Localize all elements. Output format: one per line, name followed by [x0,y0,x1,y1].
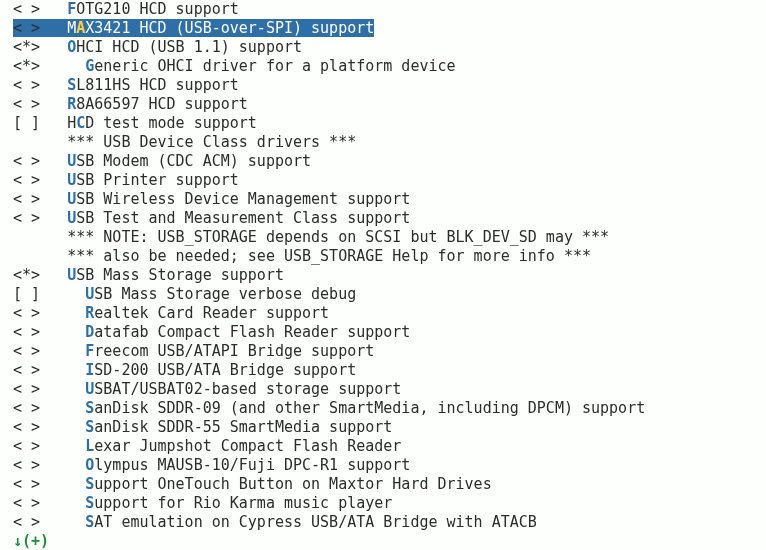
down-arrow-icon: ↓(+) [4,532,49,550]
hotkey: S [85,399,94,417]
config-line-12[interactable]: *** NOTE: USB_STORAGE depends on SCSI bu… [0,228,766,247]
option-state[interactable]: < > [13,399,40,417]
hotkey: F [85,342,94,360]
hotkey: O [85,456,94,474]
option-label: Olympus MAUSB-10/Fuji DPC-R1 support [85,456,410,474]
config-line-27[interactable]: < > SAT emulation on Cypress USB/ATA Bri… [0,513,766,532]
config-line-22[interactable]: < > SanDisk SDDR-55 SmartMedia support [0,418,766,437]
config-line-24[interactable]: < > Olympus MAUSB-10/Fuji DPC-R1 support [0,456,766,475]
option-label: USB Mass Storage verbose debug [85,285,356,303]
option-state[interactable]: < > [13,190,40,208]
config-line-7[interactable]: *** USB Device Class drivers *** [0,133,766,152]
hotkey: U [67,152,76,170]
hotkey: S [85,475,94,493]
config-line-21[interactable]: < > SanDisk SDDR-09 (and other SmartMedi… [0,399,766,418]
option-state[interactable]: [ ] [13,114,40,132]
selection-highlight: < > MAX3421 HCD (USB-over-SPI) support [13,19,374,37]
option-state[interactable]: < > [13,475,40,493]
hotkey: U [85,380,94,398]
option-state[interactable]: < > [13,171,40,189]
config-line-23[interactable]: < > Lexar Jumpshot Compact Flash Reader [0,437,766,456]
option-state[interactable]: <*> [13,38,40,56]
config-line-2[interactable]: <*> OHCI HCD (USB 1.1) support [0,38,766,57]
config-line-16[interactable]: < > Realtek Card Reader support [0,304,766,323]
hotkey: I [85,361,94,379]
option-label: USB Test and Measurement Class support [67,209,410,227]
option-state[interactable]: < > [13,513,40,531]
option-state[interactable]: < > [13,380,40,398]
hotkey: U [67,190,76,208]
option-state[interactable]: <*> [13,57,40,75]
hotkey: U [67,171,76,189]
option-label: Datafab Compact Flash Reader support [85,323,410,341]
option-state[interactable] [13,133,40,151]
option-state[interactable]: < > [13,0,40,18]
config-line-20[interactable]: < > USBAT/USBAT02-based storage support [0,380,766,399]
option-label: FOTG210 HCD support [67,0,239,18]
hotkey: O [67,38,76,56]
config-line-5[interactable]: < > R8A66597 HCD support [0,95,766,114]
scroll-more-indicator: ↓(+) [0,532,766,550]
hotkey: L [85,437,94,455]
option-state[interactable]: < > [13,456,40,474]
config-line-19[interactable]: < > ISD-200 USB/ATA Bridge support [0,361,766,380]
option-state[interactable]: < > [13,209,40,227]
hotkey: S [85,513,94,531]
config-line-13[interactable]: *** also be needed; see USB_STORAGE Help… [0,247,766,266]
option-state[interactable]: < > [13,152,40,170]
option-state[interactable]: < > [13,19,40,37]
option-label: SanDisk SDDR-55 SmartMedia support [85,418,392,436]
option-state[interactable]: < > [13,437,40,455]
hotkey: R [67,95,76,113]
option-label: SL811HS HCD support [67,76,239,94]
hotkey: A [76,19,85,37]
config-line-9[interactable]: < > USB Printer support [0,171,766,190]
option-label: *** also be needed; see USB_STORAGE Help… [67,247,591,265]
config-line-4[interactable]: < > SL811HS HCD support [0,76,766,95]
option-state[interactable] [13,247,40,265]
option-label: *** USB Device Class drivers *** [67,133,356,151]
option-state[interactable]: < > [13,304,40,322]
option-label: USB Modem (CDC ACM) support [67,152,311,170]
config-line-1[interactable]: < > MAX3421 HCD (USB-over-SPI) support [0,19,766,38]
option-state[interactable]: < > [13,418,40,436]
option-state[interactable]: < > [13,342,40,360]
option-label: USB Mass Storage support [67,266,284,284]
hotkey: F [67,0,76,18]
option-label: USBAT/USBAT02-based storage support [85,380,401,398]
config-line-0[interactable]: < > FOTG210 HCD support [0,0,766,19]
config-line-25[interactable]: < > Support OneTouch Button on Maxtor Ha… [0,475,766,494]
config-line-10[interactable]: < > USB Wireless Device Management suppo… [0,190,766,209]
option-label: *** NOTE: USB_STORAGE depends on SCSI bu… [67,228,609,246]
option-state[interactable]: <*> [13,266,40,284]
option-state[interactable]: < > [13,95,40,113]
option-label: SAT emulation on Cypress USB/ATA Bridge … [85,513,537,531]
option-state[interactable]: < > [13,323,40,341]
option-label: OHCI HCD (USB 1.1) support [67,38,302,56]
config-line-6[interactable]: [ ] HCD test mode support [0,114,766,133]
option-state[interactable] [13,228,40,246]
hotkey: G [85,57,94,75]
config-line-18[interactable]: < > Freecom USB/ATAPI Bridge support [0,342,766,361]
config-line-15[interactable]: [ ] USB Mass Storage verbose debug [0,285,766,304]
config-line-14[interactable]: <*> USB Mass Storage support [0,266,766,285]
hotkey: R [85,304,94,322]
option-label: Support OneTouch Button on Maxtor Hard D… [85,475,491,493]
option-state[interactable]: < > [13,494,40,512]
config-line-26[interactable]: < > Support for Rio Karma music player [0,494,766,513]
option-state[interactable]: [ ] [13,285,40,303]
option-label: Lexar Jumpshot Compact Flash Reader [85,437,401,455]
menuconfig-screen[interactable]: < > FOTG210 HCD support < > MAX3421 HCD … [0,0,766,550]
config-line-3[interactable]: <*> Generic OHCI driver for a platform d… [0,57,766,76]
option-label: Freecom USB/ATAPI Bridge support [85,342,374,360]
hotkey: U [67,209,76,227]
option-label: MAX3421 HCD (USB-over-SPI) support [67,19,374,37]
config-line-8[interactable]: < > USB Modem (CDC ACM) support [0,152,766,171]
hotkey: C [76,114,85,132]
config-line-11[interactable]: < > USB Test and Measurement Class suppo… [0,209,766,228]
option-state[interactable]: < > [13,361,40,379]
option-state[interactable]: < > [13,76,40,94]
config-line-17[interactable]: < > Datafab Compact Flash Reader support [0,323,766,342]
option-label: HCD test mode support [67,114,257,132]
hotkey: S [67,76,76,94]
